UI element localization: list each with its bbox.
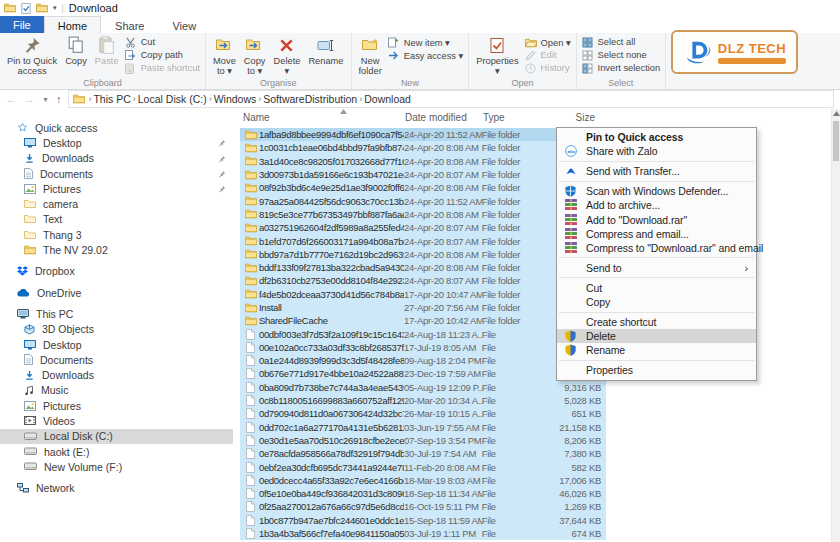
menu-item-compress-and-email[interactable]: Compress and email...	[557, 227, 756, 241]
column-header-type[interactable]: Type	[480, 112, 542, 123]
file-row[interactable]: 08f92b3bd6c4e9e25d1ae3f9002f0ff624-Apr-2…	[240, 181, 606, 194]
tab-view[interactable]: View	[158, 16, 210, 33]
new-item-button[interactable]: New item ▾	[388, 36, 463, 48]
sidebar-item-local-disk-c[interactable]: Local Disk (C:)	[0, 429, 233, 444]
sidebar-item-music[interactable]: Music	[0, 383, 233, 398]
sidebar-item-pictures[interactable]: Pictures	[0, 181, 233, 196]
menu-item-send-with-transfer[interactable]: Send with Transfer...	[557, 164, 756, 178]
copy-path-button[interactable]: Copy path	[125, 49, 200, 61]
file-row[interactable]: 0ed0dcecc4a65f33a92c7e6ec4166be7dab...18…	[240, 474, 606, 487]
easy-access-button[interactable]: Easy access ▾	[388, 49, 463, 61]
breadcrumb-this-pc[interactable]: This PC	[91, 93, 132, 105]
sidebar-item-desktop[interactable]: Desktop	[0, 337, 233, 352]
select-all-button[interactable]: Select all	[582, 36, 661, 48]
file-row[interactable]: 97aa25a084425f56dc9063c70cc13b4824-Apr-2…	[240, 194, 606, 207]
sidebar-item-network[interactable]: Network	[0, 481, 233, 496]
menu-item-share-with-zalo[interactable]: zaloShare with Zalo	[557, 144, 756, 158]
file-row[interactable]: f4de5b02dceaa3730d41d56c784b8ad117-Apr-2…	[240, 288, 606, 301]
file-row[interactable]: 0e30d1e5aa70d510c26918cfbe2ece1372f3...0…	[240, 434, 606, 447]
file-row[interactable]: Install27-Apr-20 7:56 AMFile folder	[240, 301, 606, 314]
scrollbar-thumb[interactable]	[833, 121, 839, 161]
tab-share[interactable]: Share	[101, 16, 158, 33]
breadcrumb-download[interactable]: Download	[362, 93, 413, 105]
column-header-date-modified[interactable]: Date modified	[402, 112, 480, 123]
sidebar-item-camera[interactable]: camera	[0, 196, 233, 211]
select-none-button[interactable]: Select none	[582, 49, 661, 61]
move-to-button[interactable]: Moveto ▾	[209, 33, 240, 77]
column-header-name[interactable]: Name	[240, 112, 402, 123]
sidebar-item-downloads[interactable]: Downloads	[0, 151, 233, 166]
invert-selection-button[interactable]: Invert selection	[582, 62, 661, 74]
vertical-scrollbar[interactable]	[831, 109, 840, 542]
rename-button[interactable]: Rename	[304, 33, 347, 66]
file-row[interactable]: 0d790940d811d0a067306424d32bc78c5b7...26…	[240, 407, 606, 420]
file-row[interactable]: 0a1e244d8939f999d3c3d5f48428fe8d1dc3...0…	[240, 354, 606, 367]
tab-home[interactable]: Home	[44, 16, 101, 33]
cut-button[interactable]: Cut	[125, 36, 200, 48]
qat-new-folder-icon[interactable]	[36, 3, 48, 13]
sidebar-item-text[interactable]: Text	[0, 212, 233, 227]
copy-button[interactable]: Copy	[61, 33, 91, 66]
file-row[interactable]: 819c5e3ce77b67353497bbf887fa6ae224-Apr-2…	[240, 208, 606, 221]
breadcrumb-windows[interactable]: Windows	[212, 93, 259, 105]
pin-to-quick-access-button[interactable]: Pin to Quickaccess	[3, 33, 61, 77]
sidebar-item-documents[interactable]: Documents	[0, 166, 233, 181]
file-row[interactable]: 0dd702c1a6a277170a4131e5b6281144774...03…	[240, 421, 606, 434]
menu-item-delete[interactable]: Delete	[557, 329, 756, 343]
file-row[interactable]: 0f5e10e0ba449cf936842031d3c8096a340f...1…	[240, 487, 606, 500]
breadcrumb-local-disk-c[interactable]: Local Disk (C:)	[136, 93, 209, 105]
menu-item-send-to[interactable]: Send to›	[557, 261, 756, 275]
menu-item-add-to-download-rar[interactable]: Add to "Download.rar"	[557, 213, 756, 227]
properties-button[interactable]: Properties▾	[472, 33, 522, 77]
file-row[interactable]: b1efd707d6f266003171a994b08a7b6624-Apr-2…	[240, 234, 606, 247]
file-row[interactable]: a032751962604f2df5989a8a255fed4d24-Apr-2…	[240, 221, 606, 234]
sidebar-item-downloads[interactable]: Downloads	[0, 367, 233, 382]
open-button[interactable]: Open ▾	[525, 36, 571, 48]
column-header-size[interactable]: Size	[542, 112, 600, 123]
file-row[interactable]: 3a1d40ce8c98205f017032668d77f16e24-Apr-2…	[240, 155, 606, 168]
tab-file[interactable]: File	[0, 16, 44, 33]
sidebar-item-quick-access[interactable]: Quick access	[0, 120, 233, 135]
menu-item-add-to-archive[interactable]: Add to archive...	[557, 198, 756, 212]
qat-customize-arrow-icon[interactable]: ▾	[53, 4, 57, 12]
sidebar-item-haokt-e[interactable]: haokt (E:)	[0, 444, 233, 459]
delete-button[interactable]: Delete▾	[270, 33, 305, 77]
sidebar-item-thang-3[interactable]: Thang 3	[0, 227, 233, 242]
sidebar-item-documents[interactable]: Documents	[0, 352, 233, 367]
menu-item-compress-to-download-rar-and-email[interactable]: Compress to "Download.rar" and email	[557, 241, 756, 255]
sidebar-item-dropbox[interactable]: Dropbox	[0, 264, 233, 279]
copy-to-button[interactable]: Copyto ▾	[240, 33, 270, 77]
menu-item-copy[interactable]: Copy	[557, 295, 756, 309]
file-row[interactable]: 00e102a0cc733a03df33c8bf268537f2caf3a...…	[240, 341, 606, 354]
file-row[interactable]: 0b676e771d917e4bbe10a24522a887c081d...23…	[240, 367, 606, 380]
qat-properties-icon[interactable]	[21, 3, 31, 14]
file-row[interactable]: 1c0031cb1eae06bd4bbd97fa9bfb874f24-Apr-2…	[240, 141, 606, 154]
sidebar-item-3d-objects[interactable]: 3D Objects	[0, 322, 233, 337]
up-icon[interactable]: ↑	[56, 93, 62, 105]
menu-item-create-shortcut[interactable]: Create shortcut	[557, 315, 756, 329]
file-row[interactable]: 0ebf2ea30dcfb695dc73441a9244e78a1f27...1…	[240, 460, 606, 473]
file-row[interactable]: 00dbf003e3f7d53f2a109f19c15c16438d0c...2…	[240, 327, 606, 340]
menu-item-scan-with-windows-defender[interactable]: Scan with Windows Defender...	[557, 184, 756, 198]
file-row[interactable]: bbd97a7d1b7770e7162d19bc2d96397524-Apr-2…	[240, 248, 606, 261]
menu-item-cut[interactable]: Cut	[557, 281, 756, 295]
breadcrumb[interactable]: ›This PC›Local Disk (C:)›Windows›Softwar…	[68, 90, 834, 108]
sidebar-item-pictures[interactable]: Pictures	[0, 398, 233, 413]
recent-locations-icon[interactable]: ▼	[42, 96, 49, 103]
file-row[interactable]: 3d00973b1da59166e6c193b47021ec0524-Apr-2…	[240, 168, 606, 181]
sidebar-item-videos[interactable]: Videos	[0, 413, 233, 428]
file-row[interactable]: bddf133f09f27813ba322cbad5a9430a24-Apr-2…	[240, 261, 606, 274]
file-row[interactable]: 0e78acfda958566a78df32919f794dbe9de6...3…	[240, 447, 606, 460]
file-row[interactable]: 0ba809d7b738be7c744a3a4eae543906ffbf...0…	[240, 381, 606, 394]
new-folder-button[interactable]: Newfolder	[355, 33, 386, 77]
menu-item-pin-to-quick-access[interactable]: Pin to Quick access	[557, 130, 756, 144]
sidebar-item-desktop[interactable]: Desktop	[0, 135, 233, 150]
menu-item-properties[interactable]: Properties	[557, 363, 756, 377]
file-row[interactable]: 0c8b11800516699883a660752aff129f4baf8...…	[240, 394, 606, 407]
sidebar-item-onedrive[interactable]: OneDrive	[0, 285, 233, 300]
sidebar-item-new-volume-f[interactable]: New Volume (F:)	[0, 459, 233, 474]
menu-item-rename[interactable]: Rename	[557, 343, 756, 357]
scroll-up-icon[interactable]	[832, 111, 840, 116]
file-row[interactable]: 1b3a4b3af566cf7efa40e9841150a05f57d36...…	[240, 527, 606, 540]
sidebar-item-the-nv-29-02[interactable]: The NV 29.02	[0, 242, 233, 257]
